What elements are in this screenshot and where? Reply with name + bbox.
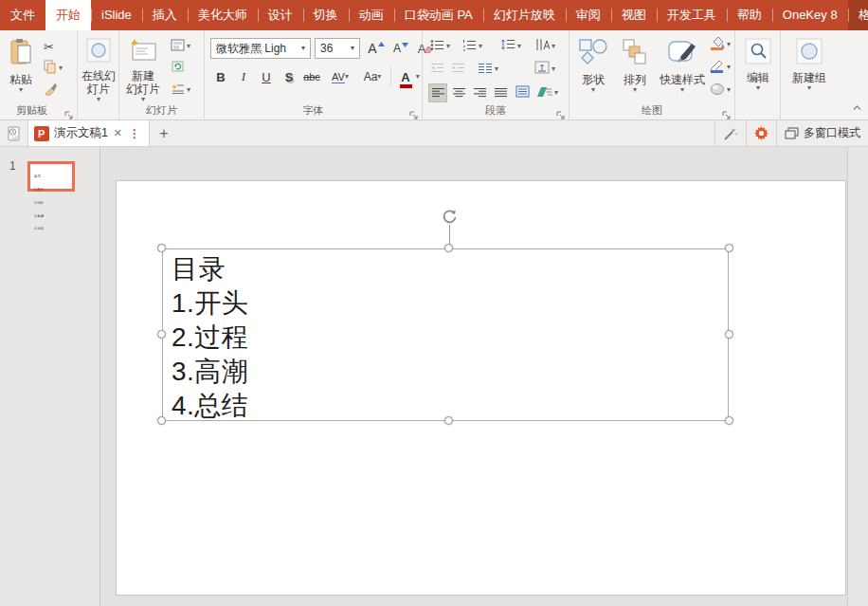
slide-thumbnail-1[interactable]: 目录 1.开头 2.过程 3.高潮 4.总结	[27, 161, 75, 192]
dropdown-icon: ▾	[187, 43, 190, 50]
edit-button[interactable]: 编辑 ▾	[739, 34, 777, 92]
paragraph-group-label: 段落	[423, 103, 569, 118]
resize-handle-nw[interactable]	[157, 244, 166, 252]
tab-islide[interactable]: iSlide	[91, 0, 142, 30]
tab-koudai-animation[interactable]: 口袋动画 PA	[394, 0, 483, 30]
shape-outline-button[interactable]: ▾	[710, 59, 734, 76]
italic-button[interactable]: I	[233, 66, 254, 87]
dropdown-icon: ▾	[807, 84, 811, 92]
font-dialog-launcher[interactable]	[409, 107, 419, 117]
dropdown-icon: ▾	[446, 43, 450, 50]
resize-handle-s[interactable]	[444, 416, 453, 425]
strikethrough-button[interactable]: abc	[301, 66, 322, 87]
tab-help[interactable]: 帮助	[727, 0, 772, 30]
columns-button[interactable]: ▾	[478, 61, 504, 78]
shape-fill-button[interactable]: ▾	[710, 36, 734, 53]
tab-onekey[interactable]: OneKey 8	[772, 0, 848, 30]
distribute-text-button[interactable]	[512, 83, 533, 102]
grow-font-button[interactable]: A	[366, 38, 387, 59]
reset-slide-button[interactable]	[171, 60, 190, 77]
text-direction-button[interactable]: ▾	[534, 38, 563, 55]
tab-meihuadashi[interactable]: 美化大师	[188, 0, 258, 30]
tab-home[interactable]: 开始	[45, 0, 91, 30]
tab-slideshow[interactable]: 幻灯片放映	[483, 0, 566, 30]
tab-view[interactable]: 视图	[611, 0, 657, 30]
tab-design[interactable]: 设计	[258, 0, 303, 30]
format-painter-button[interactable]	[44, 82, 63, 99]
tab-more-icon[interactable]: ⋮	[126, 127, 143, 140]
shapes-button[interactable]: 形状 ▾	[573, 34, 613, 94]
decrease-indent-button[interactable]	[430, 61, 449, 78]
textbox-line: 1.开头	[163, 286, 728, 321]
multi-window-mode-button[interactable]: 多窗口模式	[776, 120, 868, 146]
quick-styles-label: 快速样式	[660, 73, 705, 86]
close-tab-icon[interactable]: ✕	[110, 127, 126, 139]
bold-button[interactable]: B	[210, 66, 231, 87]
content-textbox[interactable]: 目录 1.开头 2.过程 3.高潮 4.总结	[162, 248, 729, 421]
resize-handle-ne[interactable]	[725, 244, 733, 252]
shape-effects-icon	[710, 82, 725, 100]
section-button[interactable]: ▾	[171, 82, 190, 99]
dropdown-icon[interactable]: ▾	[297, 45, 310, 52]
tab-format[interactable]: 格式	[848, 0, 868, 30]
dropdown-icon: ▾	[591, 86, 595, 94]
resize-handle-e[interactable]	[725, 330, 733, 339]
character-spacing-button[interactable]: AV ▾	[326, 66, 354, 87]
new-tab-button[interactable]: +	[150, 120, 178, 146]
shapes-icon	[578, 38, 608, 70]
text-shadow-button[interactable]: S	[279, 66, 299, 87]
font-color-button[interactable]: A ▾	[396, 66, 425, 87]
resize-handle-sw[interactable]	[157, 416, 166, 425]
paste-button[interactable]: 粘贴 ▾	[4, 34, 38, 94]
paragraph-dialog-launcher[interactable]	[556, 107, 566, 117]
quick-styles-button[interactable]: 快速样式 ▾	[657, 34, 708, 94]
bullets-button[interactable]: ▾	[430, 38, 455, 55]
tab-animations[interactable]: 动画	[349, 0, 394, 30]
resize-handle-n[interactable]	[444, 244, 453, 252]
online-slides-button[interactable]: 在线幻 灯片▾	[80, 34, 118, 103]
powerpoint-logo-icon: P	[34, 126, 49, 141]
increase-indent-button[interactable]	[451, 61, 470, 78]
thumbnail-text: 目录 1.开头 2.过程 3.高潮 4.总结	[34, 166, 44, 240]
font-size-combo[interactable]: 36 ▾	[315, 38, 360, 59]
resize-handle-se[interactable]	[725, 416, 733, 425]
cut-button[interactable]: ✂	[44, 38, 63, 55]
collapse-ribbon-button[interactable]	[852, 99, 862, 116]
convert-smartart-button[interactable]: ▾	[536, 84, 565, 101]
align-left-button[interactable]	[428, 83, 447, 102]
settings-button[interactable]	[746, 120, 776, 146]
tab-transitions[interactable]: 切换	[303, 0, 349, 30]
tab-insert[interactable]: 插入	[142, 0, 188, 30]
change-case-button[interactable]: Aa ▾	[358, 66, 387, 87]
document-tab-presentation1[interactable]: P 演示文稿1 ✕ ⋮	[28, 120, 150, 146]
rotate-handle-icon[interactable]	[441, 208, 459, 230]
vertical-scrollbar[interactable]	[847, 147, 868, 606]
new-group-button[interactable]: 新建组 ▾	[786, 34, 833, 92]
align-right-button[interactable]	[470, 83, 489, 102]
new-slide-button[interactable]: 新建 幻灯片▾	[121, 34, 165, 103]
numbering-button[interactable]: ▾	[462, 38, 487, 55]
dropdown-icon[interactable]: ▾	[346, 45, 359, 52]
align-center-button[interactable]	[449, 83, 468, 102]
line-spacing-button[interactable]: ▾	[500, 38, 527, 55]
clipboard-dialog-launcher[interactable]	[64, 107, 74, 117]
align-text-button[interactable]: ▾	[534, 61, 563, 78]
drawing-dialog-launcher[interactable]	[722, 107, 732, 117]
shape-effects-button[interactable]: ▾	[710, 82, 734, 99]
arrange-button[interactable]: 排列 ▾	[615, 34, 655, 94]
tab-developer[interactable]: 开发工具	[657, 0, 727, 30]
tab-review[interactable]: 审阅	[566, 0, 611, 30]
tab-file[interactable]: 文件	[0, 0, 45, 30]
resize-handle-w[interactable]	[157, 330, 166, 339]
new-slide-label: 新建 幻灯片	[126, 69, 160, 96]
justify-button[interactable]	[491, 83, 510, 102]
font-name-combo[interactable]: 微软雅黑 Ligh ▾	[210, 38, 311, 59]
copy-button[interactable]: ▾	[44, 60, 63, 77]
slide-layout-button[interactable]: ▾	[171, 38, 190, 55]
magic-wand-button[interactable]	[714, 120, 746, 146]
shrink-font-button[interactable]: A	[390, 38, 411, 59]
underline-button[interactable]: U	[256, 66, 277, 87]
recent-documents-button[interactable]	[0, 120, 28, 146]
shapes-label: 形状	[582, 73, 605, 86]
slide-canvas[interactable]: 目录 1.开头 2.过程 3.高潮 4.总结	[116, 180, 846, 596]
